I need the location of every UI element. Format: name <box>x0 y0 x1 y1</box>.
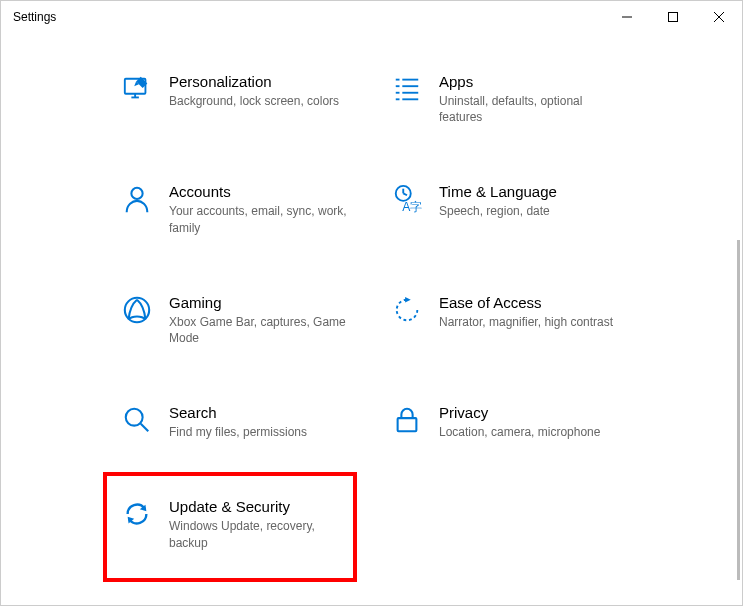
svg-rect-1 <box>669 13 678 22</box>
category-desc: Narrator, magnifier, high contrast <box>439 314 613 330</box>
svg-line-18 <box>403 194 407 196</box>
category-desc: Find my files, permissions <box>169 424 307 440</box>
svg-point-22 <box>126 409 143 426</box>
gaming-icon <box>121 294 153 326</box>
category-title: Update & Security <box>169 498 349 515</box>
category-title: Personalization <box>169 73 339 90</box>
privacy-icon <box>391 404 423 436</box>
category-title: Accounts <box>169 183 349 200</box>
settings-categories: Personalization Background, lock screen,… <box>1 33 742 551</box>
window-title: Settings <box>13 10 56 24</box>
category-apps[interactable]: Apps Uninstall, defaults, optional featu… <box>391 73 641 125</box>
svg-marker-21 <box>405 297 411 303</box>
scrollbar[interactable] <box>737 240 740 580</box>
category-update-security[interactable]: Update & Security Windows Update, recove… <box>121 498 371 550</box>
category-desc: Speech, region, date <box>439 203 557 219</box>
category-desc: Background, lock screen, colors <box>169 93 339 109</box>
window-controls <box>604 1 742 33</box>
category-ease-of-access[interactable]: Ease of Access Narrator, magnifier, high… <box>391 294 641 346</box>
category-accounts[interactable]: Accounts Your accounts, email, sync, wor… <box>121 183 371 235</box>
svg-rect-24 <box>398 418 417 431</box>
ease-of-access-icon <box>391 294 423 326</box>
category-title: Gaming <box>169 294 349 311</box>
titlebar: Settings <box>1 1 742 33</box>
svg-line-23 <box>141 424 149 432</box>
category-privacy[interactable]: Privacy Location, camera, microphone <box>391 404 641 440</box>
category-gaming[interactable]: Gaming Xbox Game Bar, captures, Game Mod… <box>121 294 371 346</box>
accounts-icon <box>121 183 153 215</box>
svg-point-15 <box>131 188 142 199</box>
category-title: Ease of Access <box>439 294 613 311</box>
category-title: Privacy <box>439 404 600 421</box>
search-icon <box>121 404 153 436</box>
apps-icon <box>391 73 423 105</box>
category-title: Search <box>169 404 307 421</box>
category-personalization[interactable]: Personalization Background, lock screen,… <box>121 73 371 125</box>
update-security-icon <box>121 498 153 530</box>
personalization-icon <box>121 73 153 105</box>
minimize-button[interactable] <box>604 1 650 33</box>
category-desc: Windows Update, recovery, backup <box>169 518 349 550</box>
time-language-icon: A字 <box>391 183 423 215</box>
category-desc: Your accounts, email, sync, work, family <box>169 203 349 235</box>
category-desc: Location, camera, microphone <box>439 424 600 440</box>
category-desc: Uninstall, defaults, optional features <box>439 93 619 125</box>
category-desc: Xbox Game Bar, captures, Game Mode <box>169 314 349 346</box>
close-button[interactable] <box>696 1 742 33</box>
svg-text:A字: A字 <box>402 201 422 215</box>
maximize-button[interactable] <box>650 1 696 33</box>
category-title: Apps <box>439 73 619 90</box>
category-search[interactable]: Search Find my files, permissions <box>121 404 371 440</box>
category-time-language[interactable]: A字 Time & Language Speech, region, date <box>391 183 641 235</box>
category-title: Time & Language <box>439 183 557 200</box>
